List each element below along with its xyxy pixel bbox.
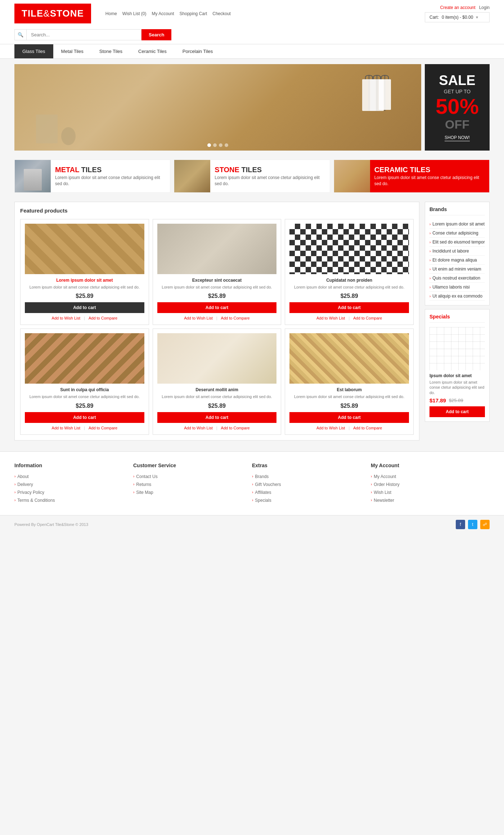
brand-item-9[interactable]: ›Ut aliquip ex ea commodo [429,292,485,301]
chevron-icon: › [429,240,431,244]
brand-item-6[interactable]: ›Ut enim ad minim veniam [429,265,485,274]
add-to-compare-2[interactable]: Add to Compare [221,316,250,320]
brand-item-4[interactable]: ›Incididunt ut labore [429,247,485,256]
add-to-cart-3[interactable]: Add to cart [289,302,409,313]
footer-order-history[interactable]: ›Order History [371,481,490,488]
footer-sitemap[interactable]: ›Site Map [133,488,252,496]
banner-section: SALE GET UP TO 50% OFF SHOP NOW! [0,59,504,156]
banner-dot-3[interactable] [219,143,222,147]
tab-glass-tiles[interactable]: Glass Tiles [14,44,53,58]
chevron-icon: › [429,222,431,226]
brand-item-3[interactable]: ›Elit sed do eiusmod tempor [429,238,485,247]
product-desc-6: Lorem ipsum dolor sit amet conse ctetur … [289,394,409,399]
banner-dot-2[interactable] [213,143,217,147]
brand-item-8[interactable]: ›Ullamco laboris nisi [429,283,485,292]
footer-information-title: Information [14,463,133,468]
logo[interactable]: TILE&STONE [14,4,91,23]
product-price-3: $25.89 [289,293,409,299]
add-to-compare-6[interactable]: Add to Compare [353,426,382,430]
special-product-image [429,327,485,370]
chevron-icon: › [14,482,15,486]
brand-item-7[interactable]: ›Quis nostrud exercitation [429,274,485,283]
chevron-icon: › [14,490,15,494]
footer-specials[interactable]: ›Specials [252,496,371,504]
featured-title: Featured products [20,207,414,214]
special-product-prices: $17.89 $25.89 [429,397,485,403]
brand-item-1[interactable]: ›Lorem ipsum dolor sit amet [429,220,485,229]
product-card-3: Cupidatat non proiden Lorem ipsum dolor … [285,219,414,325]
product-price-2: $25.89 [157,293,277,299]
brand-item-2[interactable]: ›Conse ctetur adipisicing [429,229,485,238]
footer-wishlist[interactable]: ›Wish List [371,488,490,496]
cat-metal[interactable]: METAL TILES Lorem ipsum dolor sit amet c… [14,160,170,193]
footer-extras: Extras ›Brands ›Gift Vouchers ›Affiliate… [252,463,371,504]
add-to-wishlist-5[interactable]: Add to Wish List [184,426,212,430]
product-price-4: $25.89 [25,403,144,409]
chevron-icon: › [133,482,134,486]
add-to-cart-1[interactable]: Add to cart [25,302,144,313]
special-product-name: Ipsum dolor sit amet [429,373,485,378]
featured-products: Featured products Lorem ipsum dolor sit … [14,202,419,441]
add-to-compare-5[interactable]: Add to Compare [221,426,250,430]
add-to-cart-2[interactable]: Add to cart [157,302,277,313]
cat-stone[interactable]: STONE TILES Lorem ipsum dolor sit amet c… [174,160,330,193]
add-to-cart-4[interactable]: Add to cart [25,412,144,423]
cart-box[interactable]: Cart: 0 item(s) - $0.00 ▾ [425,12,490,22]
nav-checkout[interactable]: Checkout [212,11,231,16]
footer-privacy[interactable]: ›Privacy Policy [14,488,133,496]
product-name-1: Lorem ipsum dolor sit amet [25,278,144,283]
nav-home[interactable]: Home [105,11,117,16]
footer-account[interactable]: ›My Account [371,473,490,481]
add-to-compare-1[interactable]: Add to Compare [89,316,117,320]
footer-brands[interactable]: ›Brands [252,473,371,481]
product-card-4: Sunt in culpa qui officia Lorem ipsum do… [20,329,149,434]
product-name-5: Deserunt mollit anim [157,387,277,392]
header: TILE&STONE Home Wish List (0) My Account… [0,0,504,44]
add-to-wishlist-3[interactable]: Add to Wish List [316,316,345,320]
add-to-cart-6[interactable]: Add to cart [289,412,409,423]
search-input[interactable] [26,29,141,40]
footer-newsletter[interactable]: ›Newsletter [371,496,490,504]
cat-ceramic[interactable]: CERAMIC TILES Lorem ipsum dolor sit amet… [334,160,490,193]
add-to-wishlist-1[interactable]: Add to Wish List [52,316,80,320]
nav-account[interactable]: My Account [152,11,174,16]
cat-stone-info: STONE TILES Lorem ipsum dolor sit amet c… [210,162,329,191]
add-to-cart-5[interactable]: Add to cart [157,412,277,423]
footer-gift[interactable]: ›Gift Vouchers [252,481,371,488]
brand-item-5[interactable]: ›Et dolore magna aliqua [429,256,485,265]
create-account-link[interactable]: Create an account [440,5,476,10]
sale-off: OFF [445,117,469,131]
tab-ceramic-tiles[interactable]: Ceramic Tiles [130,44,175,58]
nav-wishlist[interactable]: Wish List (0) [122,11,147,16]
footer-extras-list: ›Brands ›Gift Vouchers ›Affiliates ›Spec… [252,473,371,504]
banner-dot-4[interactable] [225,143,228,147]
footer-terms[interactable]: ›Terms & Conditions [14,496,133,504]
footer-delivery[interactable]: ›Delivery [14,481,133,488]
facebook-icon[interactable]: f [456,520,465,529]
brand-list: ›Lorem ipsum dolor sit amet ›Conse ctetu… [429,220,485,301]
footer-about[interactable]: ›About [14,473,133,481]
nav-cart[interactable]: Shopping Cart [180,11,207,16]
add-to-wishlist-4[interactable]: Add to Wish List [52,426,80,430]
footer-returns[interactable]: ›Returns [133,481,252,488]
add-to-wishlist-2[interactable]: Add to Wish List [184,316,212,320]
add-to-compare-4[interactable]: Add to Compare [89,426,117,430]
footer-contact[interactable]: ›Contact Us [133,473,252,481]
tab-porcelain-tiles[interactable]: Porcelain Tiles [175,44,221,58]
rss-icon[interactable]: ☍ [480,520,490,529]
search-button[interactable]: Search [141,29,171,40]
chevron-icon: › [371,482,372,486]
separator-4: | [84,426,85,430]
add-to-compare-3[interactable]: Add to Compare [353,316,382,320]
add-to-cart-special[interactable]: Add to cart [429,406,485,417]
tab-stone-tiles[interactable]: Stone Tiles [91,44,130,58]
login-link[interactable]: Login [479,5,490,10]
tab-metal-tiles[interactable]: Metal Tiles [53,44,91,58]
product-image-6 [289,333,409,384]
footer-affiliates[interactable]: ›Affiliates [252,488,371,496]
product-actions-5: Add to Wish List | Add to Compare [157,426,277,430]
shop-now-link[interactable]: SHOP NOW! [445,135,470,141]
banner-dot-1[interactable] [207,143,211,147]
add-to-wishlist-6[interactable]: Add to Wish List [316,426,345,430]
twitter-icon[interactable]: t [468,520,477,529]
